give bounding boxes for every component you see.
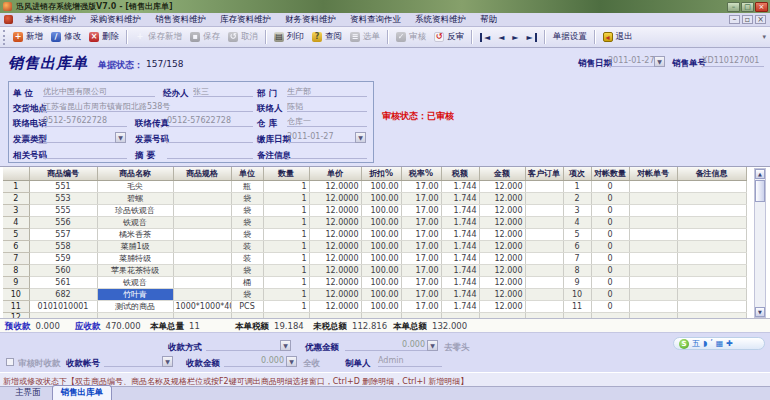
fullhalf-mode-icon[interactable]: ◗	[703, 338, 707, 349]
cell-cust-order[interactable]	[525, 180, 563, 192]
cell-recon-no[interactable]	[629, 300, 677, 312]
cell-cust-order[interactable]	[525, 288, 563, 300]
cell-price[interactable]: 12.0000	[309, 192, 361, 204]
scroll-up-icon[interactable]: ▲	[755, 169, 765, 179]
cell-qty[interactable]: 1	[263, 204, 309, 216]
cell-tax[interactable]: 1.744	[441, 180, 479, 192]
scrollbar-thumb[interactable]	[755, 180, 765, 202]
column-header[interactable]: 商品规格	[173, 167, 231, 180]
cell-qty[interactable]: 1	[263, 288, 309, 300]
menu-item-2[interactable]: 采购资料维护	[83, 14, 148, 24]
pay-amount-dropdown-icon[interactable]: ▼	[286, 356, 297, 367]
cell-amount[interactable]: 12.000	[479, 276, 525, 288]
sale-date-dropdown-icon[interactable]: ▼	[654, 56, 665, 67]
cell-name[interactable]: 橘米香茶	[97, 228, 173, 240]
cell-tax-rate[interactable]: 17.00	[401, 192, 441, 204]
cell-discount[interactable]: 100.00	[361, 276, 401, 288]
cell-seq[interactable]: 2	[563, 192, 591, 204]
cell-note[interactable]	[677, 288, 746, 300]
cell-price[interactable]: 12.0000	[309, 216, 361, 228]
cell-price[interactable]: 12.0000	[309, 276, 361, 288]
cell-tax-rate[interactable]: 17.00	[401, 288, 441, 300]
menu-item-3[interactable]: 销售资料维护	[148, 14, 213, 24]
cell-unit[interactable]: 袋	[231, 204, 263, 216]
cell-recon-no[interactable]	[629, 252, 677, 264]
cell-discount[interactable]: 100.00	[361, 240, 401, 252]
cell-qty[interactable]: 1	[263, 192, 309, 204]
phone-field[interactable]: 0512-57622728	[43, 116, 127, 127]
cell-cust-order[interactable]	[525, 228, 563, 240]
cell-name[interactable]: 苹果花茶特级	[97, 264, 173, 276]
cell-price[interactable]: 12.0000	[309, 288, 361, 300]
column-header[interactable]: 商品名称	[97, 167, 173, 180]
vertical-scrollbar[interactable]: ▲ ▼	[754, 168, 766, 318]
column-header[interactable]: 客户订单	[525, 167, 563, 180]
cell-recon-qty[interactable]: 0	[591, 276, 629, 288]
column-header[interactable]: 税率%	[401, 167, 441, 180]
row-number-cell[interactable]: 4	[3, 216, 29, 228]
cell-recon-no[interactable]	[629, 288, 677, 300]
maximize-icon[interactable]: □	[741, 2, 754, 12]
column-header[interactable]: 项次	[563, 167, 591, 180]
column-header[interactable]: 数量	[263, 167, 309, 180]
cell-tax[interactable]: 1.744	[441, 252, 479, 264]
cell-recon-no[interactable]	[629, 264, 677, 276]
cell-code[interactable]: 0101010001	[29, 300, 97, 312]
cell-tax-rate[interactable]: 17.00	[401, 252, 441, 264]
cell-tax-rate[interactable]: 17.00	[401, 180, 441, 192]
cell-qty[interactable]: 1	[263, 264, 309, 276]
cell-spec[interactable]	[173, 288, 231, 300]
cell-code[interactable]: 551	[29, 180, 97, 192]
cell-price[interactable]: 12.0000	[309, 300, 361, 312]
row-number-cell[interactable]: 2	[3, 192, 29, 204]
cell-name[interactable]: 铁观音	[97, 216, 173, 228]
abstract-field[interactable]	[167, 148, 253, 159]
cell-discount[interactable]: 100.00	[361, 264, 401, 276]
cell-unit[interactable]: 桶	[231, 276, 263, 288]
stock-date-dropdown-icon[interactable]: ▼	[355, 132, 366, 143]
edit-button[interactable]: ∕修改	[47, 29, 85, 45]
cell-discount[interactable]: 100.00	[361, 180, 401, 192]
cell-recon-qty[interactable]: 0	[591, 252, 629, 264]
cell-amount[interactable]: 12.000	[479, 288, 525, 300]
cell-qty[interactable]: 1	[263, 180, 309, 192]
prev-record-button[interactable]: ◄	[496, 32, 506, 43]
cell-price[interactable]: 12.0000	[309, 204, 361, 216]
cell-code[interactable]: 561	[29, 276, 97, 288]
stock-date-field[interactable]: 2011-01-27	[287, 132, 355, 143]
row-number-cell[interactable]: 10	[3, 288, 29, 300]
menu-item-6[interactable]: 资料查询作业	[343, 14, 408, 24]
column-header[interactable]: 折扣%	[361, 167, 401, 180]
doc-settings-button[interactable]: 单据设置	[549, 29, 591, 45]
cell-tax[interactable]: 1.744	[441, 204, 479, 216]
cell-seq[interactable]: 4	[563, 216, 591, 228]
cell-price[interactable]: 12.0000	[309, 240, 361, 252]
last-record-button[interactable]: ►	[524, 33, 536, 42]
fax-field[interactable]: 0512-57622728	[167, 116, 253, 127]
cell-note[interactable]	[677, 180, 746, 192]
cell-recon-no[interactable]	[629, 216, 677, 228]
cell-code[interactable]: 558	[29, 240, 97, 252]
cell-tax-rate[interactable]: 17.00	[401, 276, 441, 288]
cell-unit[interactable]: 袋	[231, 192, 263, 204]
cell-spec[interactable]	[173, 216, 231, 228]
cell-tax[interactable]: 1.744	[441, 264, 479, 276]
row-number-header[interactable]	[3, 167, 29, 180]
cell-recon-qty[interactable]: 0	[591, 300, 629, 312]
row-number-cell[interactable]: 6	[3, 240, 29, 252]
cell-code[interactable]: 553	[29, 192, 97, 204]
print-button[interactable]: ▤列印	[270, 29, 308, 45]
sale-no-field[interactable]: XD110127001	[702, 56, 764, 67]
cell-tax[interactable]: 1.744	[441, 240, 479, 252]
cell-cust-order[interactable]	[525, 252, 563, 264]
cell-price[interactable]: 12.0000	[309, 264, 361, 276]
cell-amount[interactable]: 12.000	[479, 264, 525, 276]
cell-discount[interactable]: 100.00	[361, 288, 401, 300]
cell-name[interactable]: 竹叶青	[97, 288, 173, 300]
first-record-button[interactable]: ◄	[480, 33, 492, 42]
cell-discount[interactable]: 100.00	[361, 192, 401, 204]
cell-tax[interactable]: 1.744	[441, 276, 479, 288]
cell-recon-qty[interactable]: 0	[591, 192, 629, 204]
mdi-restore-icon[interactable]: ▫	[742, 15, 753, 24]
cell-cust-order[interactable]	[525, 276, 563, 288]
